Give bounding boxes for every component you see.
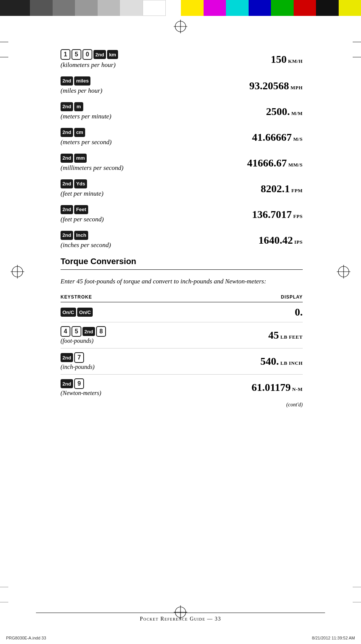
key-2nd: 2nd — [82, 327, 95, 336]
key-km: km — [107, 50, 118, 59]
result-col: 150 KM/H — [151, 53, 303, 65]
key-description: (kilometers per hour) — [61, 61, 151, 70]
torque-row-1: 452nd8(foot-pounds)45 LB FEET — [61, 322, 303, 348]
tick-mark — [353, 602, 361, 603]
color-strip-gray2 — [53, 0, 75, 16]
key-onc: On/C — [61, 308, 76, 317]
torque-section: Torque ConversionEnter 45 foot-pounds of… — [61, 257, 303, 408]
result-unit: M/S — [292, 136, 303, 142]
key-5: 5 — [72, 49, 81, 60]
keystroke-col: 2ndYds(feet per minute) — [61, 179, 151, 198]
speed-row-3: 2ndcm(meters per second)41.66667 M/S — [61, 128, 303, 147]
result-number: 150 — [271, 53, 286, 65]
tick-mark — [0, 42, 8, 42]
result-unit: FPS — [292, 213, 303, 219]
key-description: (feet per minute) — [61, 190, 151, 198]
torque-instruction: Enter 45 foot-pounds of torque and conve… — [61, 277, 303, 286]
result-unit: MPH — [289, 85, 303, 90]
result-col: 2500. M/M — [151, 106, 303, 118]
result-col: 136.7017 FPS — [151, 208, 303, 221]
key-2nd: 2nd — [93, 50, 106, 59]
color-strip-gray1 — [30, 0, 53, 16]
color-strip-cyan — [226, 0, 249, 16]
color-strip-white — [143, 0, 166, 16]
tick-mark — [353, 587, 361, 588]
key-2nd: 2nd — [61, 179, 73, 188]
key-5: 5 — [72, 326, 81, 337]
page-footer: Pocket Reference Guide — 33 — [0, 613, 361, 622]
key-m: m — [74, 102, 83, 111]
key-description: (meters per minute) — [61, 112, 151, 121]
key-description: (inches per second) — [61, 241, 151, 250]
key-7: 7 — [74, 352, 84, 363]
result-unit: MM/S — [287, 162, 303, 168]
contd-text: (cont'd) — [61, 402, 303, 408]
color-strip-yellow — [181, 0, 204, 16]
section-divider — [61, 269, 303, 270]
result-number: 2500. — [266, 106, 290, 117]
speed-row-1: 2ndmiles(miles per hour)93.20568 MPH — [61, 76, 303, 95]
keystroke-col: 2ndInch(inches per second) — [61, 231, 151, 250]
reg-mark-top-center — [174, 20, 187, 35]
key-2nd: 2nd — [61, 76, 73, 86]
result-unit: KM/H — [286, 58, 303, 64]
col-header-display: DISPLAY — [176, 294, 303, 302]
color-strip-green — [271, 0, 294, 16]
key-2nd: 2nd — [61, 102, 73, 111]
key-1: 1 — [61, 49, 70, 60]
key-2nd: 2nd — [61, 128, 73, 137]
torque-row-0: On/COn/C0. — [61, 302, 303, 322]
color-strip-yellow2 — [339, 0, 361, 16]
torque-keystroke-2: 2nd7(inch-pounds) — [61, 348, 176, 375]
tick-mark — [0, 602, 8, 603]
torque-result-unit: LB FEET — [279, 334, 303, 340]
key-miles: miles — [74, 76, 90, 86]
torque-display-3: 61.01179 N-M — [176, 375, 303, 401]
keystroke-col: 2ndm(meters per minute) — [61, 102, 151, 121]
key-2nd: 2nd — [61, 379, 73, 388]
footer-text: Pocket Reference Guide — 33 — [140, 616, 221, 622]
torque-keystroke-3: 2nd9(Newton-meters) — [61, 375, 176, 401]
key-description: (meters per second) — [61, 138, 151, 147]
color-strip-gray5 — [120, 0, 143, 16]
torque-result-number: 45 — [268, 329, 279, 341]
result-number: 41.66667 — [252, 131, 292, 143]
key-2nd: 2nd — [61, 353, 73, 362]
torque-display-2: 540. LB INCH — [176, 348, 303, 375]
keystroke-col: 2ndcm(meters per second) — [61, 128, 151, 147]
result-number: 136.7017 — [252, 208, 292, 220]
keystroke-col: 2ndmm(millimeters per second) — [61, 154, 151, 173]
keystroke-col: 1502ndkm(kilometers per hour) — [61, 49, 151, 70]
result-col: 93.20568 MPH — [151, 80, 303, 92]
col-header-keystroke: KEYSTROKE — [61, 294, 176, 302]
speed-row-0: 1502ndkm(kilometers per hour)150 KM/H — [61, 49, 303, 70]
torque-key-description: (Newton-meters) — [61, 390, 176, 397]
torque-title: Torque Conversion — [61, 257, 303, 266]
color-strip-gray3 — [75, 0, 98, 16]
tick-mark — [0, 57, 8, 58]
torque-keystroke-0: On/COn/C — [61, 302, 176, 322]
torque-table: KEYSTROKEDISPLAYOn/COn/C0.452nd8(foot-po… — [61, 294, 303, 400]
color-strip-black2 — [316, 0, 339, 16]
key-0: 0 — [82, 49, 92, 60]
speed-row-6: 2ndFeet(feet per second)136.7017 FPS — [61, 205, 303, 224]
key-2nd: 2nd — [61, 231, 73, 240]
keystroke-col: 2ndFeet(feet per second) — [61, 205, 151, 224]
key-2nd: 2nd — [61, 154, 73, 163]
result-number: 1640.42 — [258, 234, 293, 246]
key-description: (millimeters per second) — [61, 164, 151, 173]
result-col: 8202.1 FPM — [151, 183, 303, 195]
color-strip-blue — [249, 0, 271, 16]
key-onc: On/C — [77, 308, 93, 317]
torque-result-number: 540. — [260, 355, 279, 367]
speed-row-2: 2ndm(meters per minute)2500. M/M — [61, 102, 303, 121]
color-strip-magenta — [204, 0, 226, 16]
key-8: 8 — [96, 326, 106, 337]
key-feet: Feet — [74, 205, 88, 214]
torque-result-unit: N-M — [291, 386, 303, 392]
key-4: 4 — [61, 326, 70, 337]
key-9: 9 — [74, 378, 84, 389]
key-description: (miles per hour) — [61, 87, 151, 95]
result-col: 41.66667 M/S — [151, 131, 303, 143]
torque-key-description: (foot-pounds) — [61, 338, 176, 344]
